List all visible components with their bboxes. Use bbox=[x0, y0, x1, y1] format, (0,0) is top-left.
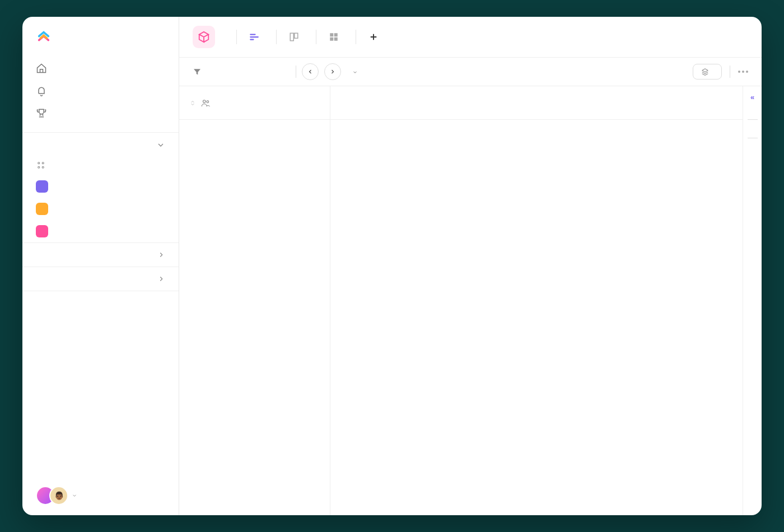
side-panel: « bbox=[743, 86, 762, 515]
home-icon bbox=[36, 63, 47, 74]
logo[interactable] bbox=[22, 17, 179, 55]
docs-section[interactable] bbox=[22, 267, 179, 291]
chevron-left-icon bbox=[307, 68, 314, 75]
space-product[interactable] bbox=[22, 220, 179, 242]
space-development[interactable] bbox=[22, 175, 179, 198]
bell-icon bbox=[36, 85, 47, 96]
tab-timeline[interactable] bbox=[249, 32, 264, 42]
chevron-down-icon bbox=[352, 69, 358, 75]
sidebar: 👨🏾 bbox=[22, 17, 179, 515]
toolbar bbox=[179, 58, 762, 86]
timeline-header bbox=[330, 86, 743, 120]
space-chip bbox=[36, 225, 48, 237]
svg-rect-8 bbox=[330, 38, 333, 41]
filter-button[interactable] bbox=[193, 67, 206, 76]
chevron-down-icon bbox=[156, 141, 165, 150]
svg-point-11 bbox=[207, 100, 209, 102]
svg-point-10 bbox=[203, 100, 206, 102]
space-marketing[interactable] bbox=[22, 198, 179, 220]
space-chip bbox=[36, 203, 48, 215]
svg-rect-4 bbox=[290, 33, 293, 41]
svg-point-2 bbox=[38, 166, 40, 168]
prev-button[interactable] bbox=[302, 63, 319, 80]
range-dropdown[interactable] bbox=[352, 67, 358, 77]
space-everything[interactable] bbox=[22, 155, 179, 175]
separator bbox=[356, 30, 356, 44]
nav-notifications[interactable] bbox=[22, 80, 179, 102]
svg-rect-6 bbox=[330, 33, 333, 36]
space-chip bbox=[36, 180, 48, 193]
content: « bbox=[179, 86, 762, 515]
next-button[interactable] bbox=[324, 63, 341, 80]
separator bbox=[236, 30, 237, 44]
plus-icon bbox=[368, 32, 379, 42]
assignees-column bbox=[179, 86, 330, 515]
user-avatars[interactable]: 👨🏾 bbox=[22, 476, 179, 515]
project-icon[interactable] bbox=[193, 26, 215, 48]
svg-point-0 bbox=[38, 162, 40, 164]
more-menu[interactable] bbox=[738, 71, 748, 73]
clickup-logo-icon bbox=[36, 29, 52, 45]
sort-icon bbox=[189, 100, 196, 106]
separator bbox=[316, 30, 316, 44]
main: « bbox=[179, 17, 762, 515]
nav-home[interactable] bbox=[22, 57, 179, 80]
primary-nav bbox=[22, 55, 179, 132]
topbar bbox=[179, 17, 762, 58]
svg-rect-5 bbox=[295, 33, 298, 38]
svg-point-3 bbox=[42, 166, 44, 168]
chevron-right-icon bbox=[157, 251, 165, 259]
collapse-panel-button[interactable]: « bbox=[750, 93, 754, 101]
svg-point-1 bbox=[42, 162, 44, 164]
gantt-area[interactable] bbox=[330, 120, 743, 515]
app-window: 👨🏾 bbox=[22, 17, 762, 515]
people-icon bbox=[200, 98, 211, 108]
dashboards-section[interactable] bbox=[22, 242, 179, 267]
spaces-header[interactable] bbox=[22, 132, 179, 155]
trophy-icon bbox=[36, 108, 47, 119]
assignees-header[interactable] bbox=[179, 86, 330, 120]
tab-board[interactable] bbox=[289, 32, 304, 42]
chevron-right-icon bbox=[157, 275, 165, 283]
cube-icon bbox=[198, 31, 210, 43]
svg-rect-7 bbox=[334, 33, 338, 36]
timeline-icon bbox=[249, 32, 259, 42]
chevron-right-icon bbox=[329, 68, 336, 75]
add-view-button[interactable] bbox=[368, 32, 383, 42]
box-icon bbox=[329, 32, 339, 42]
filter-icon bbox=[193, 67, 202, 76]
nav-goals[interactable] bbox=[22, 102, 179, 124]
svg-rect-9 bbox=[334, 38, 338, 41]
layers-icon bbox=[701, 68, 709, 76]
board-icon bbox=[289, 32, 299, 42]
group-by-button[interactable] bbox=[693, 64, 722, 80]
avatar[interactable]: 👨🏾 bbox=[49, 486, 68, 505]
timeline bbox=[330, 86, 743, 515]
caret-down-icon bbox=[72, 493, 77, 498]
grid-icon bbox=[36, 160, 46, 170]
tab-box[interactable] bbox=[329, 32, 343, 42]
separator bbox=[276, 30, 277, 44]
